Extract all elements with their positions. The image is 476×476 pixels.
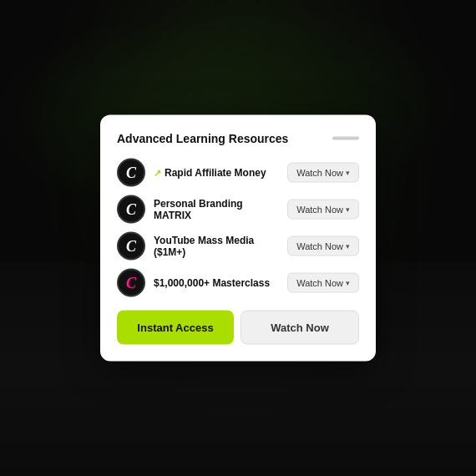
icon-letter-personal-branding: C: [126, 200, 136, 218]
resource-icon-masterclass: C: [117, 269, 145, 297]
resource-item-personal-branding: C Personal Branding MATRIX Watch Now ▾: [117, 195, 359, 224]
modal-title: Advanced Learning Resources: [117, 132, 288, 145]
resource-label-rapid-affiliate: ↗ Rapid Affiliate Money: [154, 167, 279, 179]
trend-icon-rapid-affiliate: ↗: [154, 167, 161, 178]
chevron-icon-youtube-mass-media: ▾: [346, 242, 350, 251]
chevron-icon-personal-branding: ▾: [346, 205, 350, 214]
resource-icon-personal-branding: C: [117, 195, 145, 224]
resource-label-masterclass: $1,000,000+ Masterclass: [154, 277, 279, 289]
resource-label-personal-branding: Personal Branding MATRIX: [154, 198, 279, 221]
icon-letter-youtube-mass-media: C: [126, 237, 136, 255]
action-buttons: Instant Access Watch Now: [117, 311, 359, 345]
instant-access-button[interactable]: Instant Access: [117, 311, 234, 345]
watch-btn-masterclass[interactable]: Watch Now ▾: [287, 273, 359, 293]
watch-btn-rapid-affiliate[interactable]: Watch Now ▾: [287, 163, 359, 183]
watch-btn-youtube-mass-media[interactable]: Watch Now ▾: [287, 236, 359, 256]
resource-icon-youtube-mass-media: C: [117, 232, 145, 261]
modal: Advanced Learning Resources C ↗ Rapid Af…: [100, 115, 376, 362]
resource-list: C ↗ Rapid Affiliate Money Watch Now ▾ C …: [117, 159, 359, 297]
icon-letter-masterclass: C: [126, 274, 136, 291]
watch-now-button[interactable]: Watch Now: [241, 311, 359, 345]
resource-item-rapid-affiliate: C ↗ Rapid Affiliate Money Watch Now ▾: [117, 159, 359, 187]
modal-container: Advanced Learning Resources C ↗ Rapid Af…: [100, 115, 376, 362]
modal-header: Advanced Learning Resources: [117, 132, 359, 145]
chevron-icon-masterclass: ▾: [346, 279, 350, 287]
modal-drag-handle: [332, 137, 359, 140]
icon-letter-rapid-affiliate: C: [126, 164, 136, 181]
chevron-icon-rapid-affiliate: ▾: [346, 169, 350, 177]
resource-label-youtube-mass-media: YouTube Mass Media ($1M+): [154, 235, 279, 258]
watch-btn-personal-branding[interactable]: Watch Now ▾: [287, 200, 359, 220]
resource-item-youtube-mass-media: C YouTube Mass Media ($1M+) Watch Now ▾: [117, 232, 359, 261]
resource-icon-rapid-affiliate: C: [117, 159, 145, 187]
resource-item-masterclass: C $1,000,000+ Masterclass Watch Now ▾: [117, 269, 359, 297]
